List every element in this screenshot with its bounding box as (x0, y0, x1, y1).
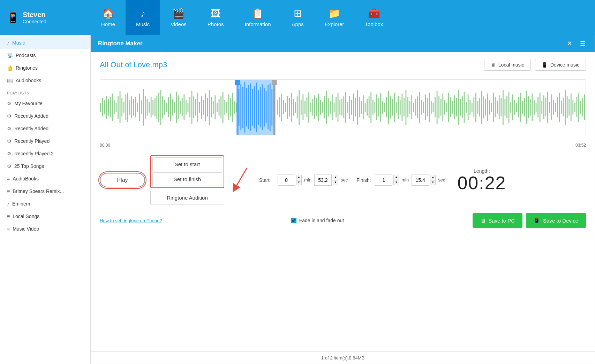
svg-rect-22 (143, 89, 144, 125)
start-sec-up[interactable]: ▲ (333, 175, 338, 180)
svg-rect-153 (392, 99, 393, 115)
sidebar-item-local-songs[interactable]: ≡ Local Songs (0, 210, 90, 223)
sidebar: ♪ Music 📡 Podcasts 🔔 Ringtones 📖 Audiobo… (0, 35, 91, 364)
finish-sec-group: ▲ ▼ sec (412, 175, 445, 186)
start-min-input[interactable] (278, 175, 295, 186)
sidebar-item-eminem[interactable]: ♪ Eminem (0, 198, 90, 210)
start-sec-input[interactable] (314, 175, 332, 186)
finish-min-input[interactable] (375, 175, 392, 186)
sidebar-item-audiobooks-pl[interactable]: ≡ AudioBooks (0, 172, 90, 185)
svg-rect-85 (264, 88, 265, 127)
set-to-start-button[interactable]: Set to start (152, 157, 222, 171)
sidebar-item-25-top-songs[interactable]: ⚙ 25 Top Songs (0, 160, 90, 172)
svg-rect-230 (541, 101, 542, 114)
monitor-icon: 🖥 (491, 62, 496, 68)
set-to-finish-button[interactable]: Set to finish (152, 172, 222, 186)
waveform-container[interactable] (100, 79, 586, 135)
local-music-button[interactable]: 🖥 Local music (484, 59, 531, 71)
home-icon: 🏠 (102, 8, 114, 19)
sidebar-item-recently-added[interactable]: ⚙ Recently Added (0, 110, 90, 122)
svg-rect-223 (528, 96, 529, 118)
sidebar-item-audiobooks[interactable]: 📖 Audiobooks (0, 74, 90, 87)
dialog-menu-button[interactable]: ☰ (578, 39, 588, 48)
finish-sec-up[interactable]: ▲ (430, 175, 436, 180)
nav-item-apps[interactable]: ⊞ Apps (281, 0, 314, 35)
nav-item-home[interactable]: 🏠 Home (91, 0, 126, 35)
svg-rect-68 (232, 93, 233, 122)
svg-rect-2 (104, 100, 105, 114)
ringtone-icon: 🔔 (7, 65, 13, 71)
svg-rect-137 (361, 101, 362, 114)
fade-checkbox-group: Fade in and fade out (291, 218, 344, 223)
sidebar-label-recently-played-2: Recently Played 2 (14, 151, 54, 156)
start-sec-down[interactable]: ▼ (333, 180, 338, 185)
svg-rect-167 (419, 92, 420, 123)
sidebar-item-my-favourite[interactable]: ⚙ My Favourite (0, 97, 90, 110)
music-icon: ♪ (141, 8, 145, 19)
save-to-device-button[interactable]: 📱 Save to Device (526, 213, 586, 228)
gear-icon-3: ⚙ (7, 126, 12, 131)
svg-rect-168 (421, 100, 422, 115)
finish-sec-input[interactable] (412, 175, 429, 186)
sidebar-item-recently-played[interactable]: ⚙ Recently Played (0, 135, 90, 147)
nav-label-apps: Apps (292, 21, 304, 27)
save-to-pc-button[interactable]: 🖥 Save to PC (473, 213, 522, 228)
svg-rect-23 (145, 96, 146, 119)
song-title-row: All Out of Love.mp3 🖥 Local music 📱 Devi… (100, 59, 586, 71)
svg-rect-103 (295, 102, 296, 113)
dialog-close-button[interactable]: ✕ (565, 39, 574, 48)
sidebar-item-britney[interactable]: ≡ Britney Spears Remix... (0, 185, 90, 198)
content-area: Ringtone Maker ✕ ☰ All Out of Love.mp3 🖥… (91, 35, 595, 364)
sidebar-item-music[interactable]: ♪ Music (0, 37, 90, 49)
svg-rect-8 (116, 103, 117, 112)
svg-rect-95 (279, 97, 280, 117)
svg-rect-221 (524, 98, 525, 117)
device-icon: 📱 (7, 12, 19, 23)
svg-rect-74 (242, 87, 243, 128)
sidebar-item-podcasts[interactable]: 📡 Podcasts (0, 49, 90, 62)
device-name: Steven (23, 11, 46, 19)
finish-min-down[interactable]: ▼ (393, 180, 399, 185)
svg-rect-252 (584, 94, 585, 120)
apps-icon: ⊞ (294, 8, 302, 19)
nav-label-photos: Photos (208, 21, 224, 27)
waveform-time-row: 00:00 03:52 (100, 142, 586, 148)
start-min-group: ▲ ▼ min (278, 175, 311, 186)
fade-checkbox[interactable] (291, 218, 296, 223)
svg-rect-176 (437, 91, 438, 124)
sidebar-label-local-songs: Local Songs (13, 214, 39, 219)
svg-rect-208 (499, 95, 500, 119)
nav-item-toolbox[interactable]: 🧰 Toolbox (355, 0, 394, 35)
finish-sec-down[interactable]: ▼ (430, 180, 436, 185)
nav-item-music[interactable]: ♪ Music (126, 0, 160, 35)
svg-rect-92 (273, 80, 276, 135)
svg-rect-145 (376, 94, 377, 120)
svg-rect-54 (205, 94, 206, 121)
sidebar-item-recently-added-2[interactable]: ⚙ Recently Added (0, 122, 90, 135)
svg-rect-197 (477, 101, 479, 114)
start-sec-group: ▲ ▼ sec (314, 175, 348, 186)
ringtone-audition-button[interactable]: Ringtone Audition (150, 191, 224, 204)
how-to-link[interactable]: How to set ringtone on Phone? (100, 218, 162, 223)
nav-item-information[interactable]: 📋 Information (234, 0, 281, 35)
nav-item-videos[interactable]: 🎬 Videos (160, 0, 197, 35)
svg-rect-207 (497, 101, 498, 114)
svg-rect-69 (234, 101, 235, 114)
svg-rect-117 (322, 102, 323, 113)
svg-rect-186 (456, 98, 457, 117)
nav-item-explorer[interactable]: 📁 Explorer (314, 0, 355, 35)
sidebar-item-recently-played-2[interactable]: ⚙ Recently Played 2 (0, 147, 90, 160)
svg-rect-190 (464, 92, 465, 123)
svg-rect-191 (466, 102, 467, 113)
sidebar-item-music-video[interactable]: ≡ Music Video (0, 223, 90, 235)
start-min-down[interactable]: ▼ (296, 180, 302, 185)
finish-min-up[interactable]: ▲ (393, 175, 399, 180)
play-button[interactable]: Play (100, 173, 145, 187)
svg-rect-63 (223, 92, 224, 123)
svg-rect-33 (164, 100, 165, 115)
device-music-button[interactable]: 📱 Device music (535, 59, 586, 71)
videos-icon: 🎬 (172, 8, 184, 19)
start-min-up[interactable]: ▲ (296, 175, 302, 180)
sidebar-item-ringtones[interactable]: 🔔 Ringtones (0, 62, 90, 74)
nav-item-photos[interactable]: 🖼 Photos (197, 0, 234, 35)
